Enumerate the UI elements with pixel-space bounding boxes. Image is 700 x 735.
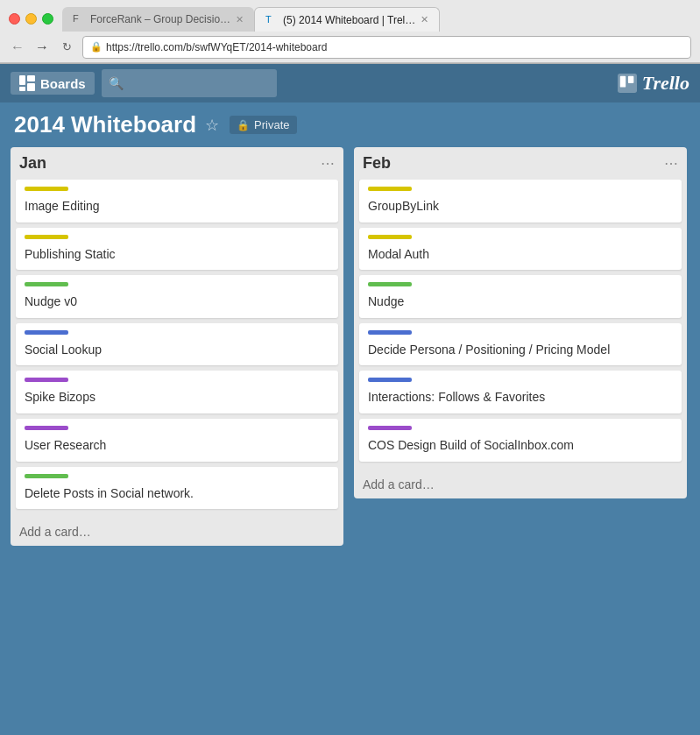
tab-close-forcerank[interactable]: ✕ — [236, 14, 244, 25]
address-bar[interactable]: 🔒 https://trello.com/b/swfWYqET/2014-whi… — [82, 36, 691, 59]
card-modal-auth[interactable]: Modal Auth — [359, 228, 682, 271]
svg-rect-2 — [27, 83, 35, 91]
card-label-purple — [25, 426, 68, 430]
refresh-button[interactable]: ↻ — [58, 40, 75, 53]
list-jan-title: Jan — [19, 154, 46, 173]
card-text: Nudge v0 — [25, 294, 77, 308]
search-bar[interactable]: 🔍 — [102, 69, 277, 97]
tab-favicon-forcerank: F — [73, 13, 85, 25]
card-text: Spike Bizops — [25, 390, 95, 404]
boards-label: Boards — [40, 76, 86, 91]
lists-area: Jan ⋯ Image Editing Publishing Static Nu… — [0, 147, 700, 735]
card-text: User Research — [25, 438, 106, 452]
svg-rect-0 — [19, 75, 25, 85]
card-nudge-v0[interactable]: Nudge v0 — [16, 275, 338, 318]
card-text: Social Lookup — [25, 343, 102, 357]
card-publishing-static[interactable]: Publishing Static — [16, 228, 338, 271]
browser-toolbar: ← → ↻ 🔒 https://trello.com/b/swfWYqET/20… — [0, 32, 700, 63]
svg-rect-3 — [19, 87, 25, 91]
card-cos-design[interactable]: COS Design Build of SocialInbox.com — [359, 419, 682, 462]
card-text: Delete Posts in Social network. — [25, 486, 194, 500]
boards-button[interactable]: Boards — [11, 72, 95, 95]
tab-label-forcerank: ForceRank – Group Decisio… — [90, 13, 230, 25]
card-label-yellow — [25, 187, 68, 191]
card-text: COS Design Build of SocialInbox.com — [368, 438, 574, 452]
list-jan-header: Jan ⋯ — [11, 147, 343, 176]
card-text: Image Editing — [25, 199, 100, 213]
card-label-yellow — [368, 235, 412, 239]
back-button[interactable]: ← — [9, 39, 26, 55]
card-text: Interactions: Follows & Favorites — [368, 390, 545, 404]
card-social-lookup[interactable]: Social Lookup — [16, 323, 338, 366]
card-delete-posts[interactable]: Delete Posts in Social network. — [16, 467, 338, 510]
trello-logo-icon — [618, 74, 637, 93]
card-spike-bizops[interactable]: Spike Bizops — [16, 371, 338, 413]
list-jan-cards: Image Editing Publishing Static Nudge v0… — [11, 176, 343, 518]
minimize-window-button[interactable] — [25, 13, 37, 25]
list-feb: Feb ⋯ GroupByLink Modal Auth Nudge — [354, 147, 687, 498]
browser-chrome: F ForceRank – Group Decisio… ✕ T (5) 201… — [0, 0, 700, 64]
add-card-feb-label: Add a card… — [363, 477, 435, 491]
card-text: Publishing Static — [25, 247, 116, 261]
card-label-blue — [25, 330, 68, 335]
trello-app: Boards 🔍 Trello 2014 Whiteboard ☆ 🔒 Priv… — [0, 64, 700, 735]
add-card-jan-button[interactable]: Add a card… — [11, 518, 343, 546]
list-jan: Jan ⋯ Image Editing Publishing Static Nu… — [11, 147, 343, 546]
traffic-lights — [9, 13, 53, 25]
trello-logo-text: Trello — [642, 72, 689, 95]
card-image-editing[interactable]: Image Editing — [16, 180, 338, 223]
privacy-label: Private — [254, 118, 289, 131]
list-feb-title: Feb — [363, 154, 391, 173]
card-decide-persona[interactable]: Decide Persona / Positioning / Pricing M… — [359, 323, 682, 366]
card-text: Decide Persona / Positioning / Pricing M… — [368, 343, 610, 357]
star-button[interactable]: ☆ — [205, 116, 219, 135]
tab-close-trello[interactable]: ✕ — [421, 14, 428, 25]
card-label-purple — [368, 426, 412, 430]
board-title-bar: 2014 Whiteboard ☆ 🔒 Private — [0, 102, 700, 147]
card-interactions[interactable]: Interactions: Follows & Favorites — [359, 371, 682, 413]
card-text: Nudge — [368, 294, 404, 308]
card-groupbylink[interactable]: GroupByLink — [359, 180, 682, 223]
card-label-yellow — [25, 235, 68, 239]
card-label-purple — [25, 378, 68, 382]
list-feb-cards: GroupByLink Modal Auth Nudge Decide Pers… — [354, 176, 687, 470]
svg-rect-6 — [628, 76, 633, 83]
card-label-green — [25, 282, 68, 286]
list-jan-menu-button[interactable]: ⋯ — [321, 155, 335, 172]
maximize-window-button[interactable] — [42, 13, 53, 25]
forward-button[interactable]: → — [33, 39, 51, 55]
card-user-research[interactable]: User Research — [16, 419, 338, 462]
card-label-green — [368, 282, 412, 286]
privacy-badge[interactable]: 🔒 Private — [230, 116, 296, 134]
boards-nav-icon — [19, 75, 35, 91]
trello-header: Boards 🔍 Trello — [0, 64, 700, 102]
ssl-lock-icon: 🔒 — [90, 41, 103, 53]
trello-logo: Trello — [618, 72, 689, 95]
tab-label-trello: (5) 2014 Whiteboard | Trel… — [283, 14, 415, 26]
svg-rect-5 — [620, 76, 626, 88]
list-feb-header: Feb ⋯ — [354, 147, 687, 176]
add-card-jan-label: Add a card… — [19, 525, 91, 539]
close-window-button[interactable] — [9, 13, 20, 25]
header-left: Boards 🔍 — [11, 69, 277, 97]
card-text: GroupByLink — [368, 199, 439, 213]
list-feb-menu-button[interactable]: ⋯ — [664, 155, 678, 172]
browser-titlebar: F ForceRank – Group Decisio… ✕ T (5) 201… — [0, 0, 700, 32]
tab-trello[interactable]: T (5) 2014 Whiteboard | Trel… ✕ — [254, 7, 440, 32]
card-nudge[interactable]: Nudge — [359, 275, 682, 318]
card-label-blue — [368, 330, 412, 335]
lock-icon: 🔒 — [237, 119, 250, 131]
svg-rect-1 — [27, 75, 35, 81]
card-text: Modal Auth — [368, 247, 429, 261]
card-label-green — [25, 474, 68, 478]
add-card-feb-button[interactable]: Add a card… — [354, 470, 687, 498]
tabs-bar: F ForceRank – Group Decisio… ✕ T (5) 201… — [62, 5, 691, 32]
card-label-yellow — [368, 187, 412, 191]
card-label-blue — [368, 378, 412, 382]
board-title: 2014 Whiteboard — [14, 111, 196, 138]
tab-forcerank[interactable]: F ForceRank – Group Decisio… ✕ — [62, 7, 254, 32]
tab-favicon-trello: T — [265, 14, 278, 26]
search-icon: 🔍 — [109, 76, 124, 90]
url-text: https://trello.com/b/swfWYqET/2014-white… — [106, 41, 327, 53]
